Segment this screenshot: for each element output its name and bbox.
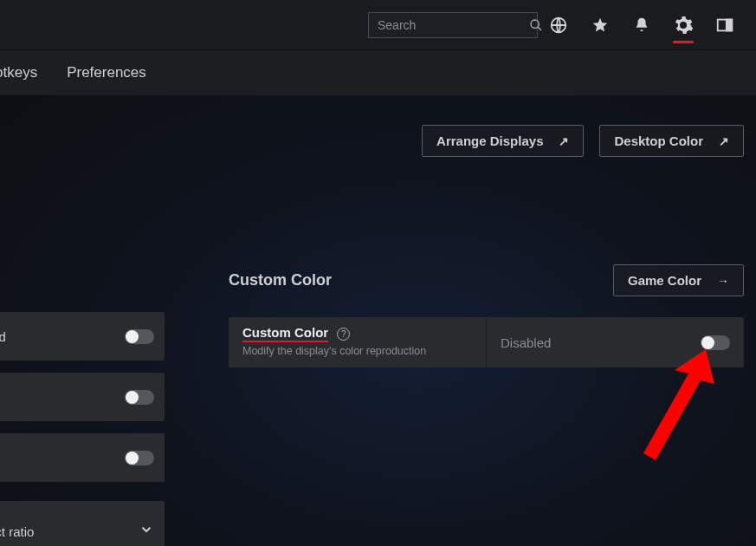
help-icon[interactable]: ? — [337, 328, 350, 341]
custom-color-toggle[interactable] — [701, 335, 730, 350]
side-toggle-1[interactable] — [125, 390, 154, 405]
search-input[interactable] — [378, 18, 529, 32]
globe-icon[interactable] — [538, 0, 579, 50]
arrange-displays-button[interactable]: Arrange Displays ↗ — [422, 125, 584, 157]
side-card-2 — [0, 433, 165, 482]
side-card-3-text: ect ratio — [0, 524, 34, 539]
game-color-button[interactable]: Game Color → — [613, 264, 744, 296]
gear-icon[interactable] — [662, 0, 704, 50]
arrange-displays-label: Arrange Displays — [436, 133, 543, 148]
custom-color-state: Disabled — [501, 335, 551, 350]
external-link-icon: ↗ — [719, 134, 729, 148]
star-icon[interactable] — [579, 0, 621, 50]
desktop-color-label: Desktop Color — [614, 133, 703, 148]
dock-right-icon[interactable] — [704, 0, 746, 50]
external-link-icon: ↗ — [559, 134, 569, 148]
custom-color-title: Custom Color — [242, 325, 328, 342]
desktop-color-button[interactable]: Desktop Color ↗ — [599, 125, 744, 157]
side-card-0: ted — [0, 312, 165, 361]
side-card-3[interactable]: ect ratio — [0, 501, 165, 546]
search-box[interactable] — [368, 12, 538, 38]
subnav: otkeys Preferences — [0, 50, 756, 95]
arrow-right-icon: → — [717, 274, 729, 288]
side-card-0-text: ted — [0, 329, 6, 344]
titlebar — [0, 0, 756, 50]
tab-preferences[interactable]: Preferences — [67, 61, 146, 85]
game-color-label: Game Color — [628, 273, 701, 288]
side-toggle-2[interactable] — [125, 451, 154, 465]
side-card-1 — [0, 373, 165, 421]
section-title: Custom Color — [229, 271, 332, 289]
tab-hotkeys-partial[interactable]: otkeys — [0, 61, 37, 85]
custom-color-card: Custom Color ? Modify the display's colo… — [229, 317, 744, 367]
chevron-down-icon — [139, 522, 154, 541]
svg-rect-4 — [727, 19, 732, 30]
bell-icon[interactable] — [621, 0, 662, 50]
custom-color-description: Modify the display's color reproduction — [242, 345, 472, 357]
side-toggle-0[interactable] — [125, 329, 154, 344]
